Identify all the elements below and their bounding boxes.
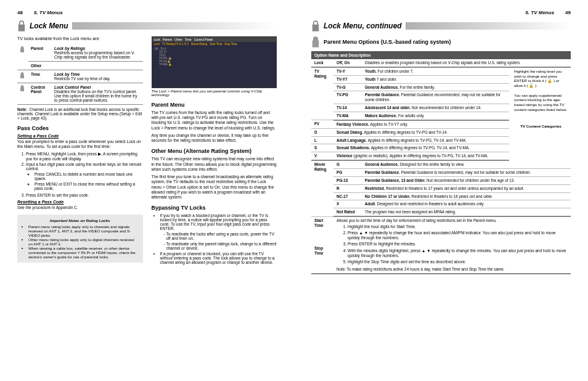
- parent-menu-options-title: Parent Menu Options (U.S.-based rating s…: [311, 36, 571, 47]
- parent-menu-heading: Parent Menu: [152, 102, 277, 108]
- set-passcode-body: You are prompted to enter a pass code wh…: [17, 139, 143, 149]
- locktype-label: Parent: [28, 44, 52, 62]
- lock-p-icon: [311, 36, 320, 47]
- parent-body: Any time you change the channel or devic…: [152, 133, 277, 143]
- lock-cp-icon: [20, 85, 25, 91]
- passcode-steps: Press MENU, highlight Lock, then press ▶…: [26, 152, 143, 197]
- section-title-bar: Lock Menu, continued: [311, 20, 571, 31]
- step: Input a four-digit pass code using the n…: [26, 162, 143, 190]
- reset-passcode-title: Resetting a Pass Code: [17, 200, 143, 204]
- title-gradient: [72, 22, 277, 30]
- section-title: Lock Menu: [30, 22, 68, 30]
- chapter-title: 5. TV Menus: [525, 10, 554, 15]
- header-right: 5. TV Menus 49: [311, 10, 571, 15]
- important-item: Other menu rating locks apply only to di…: [28, 237, 139, 246]
- bypass-sub: To reactivate the locks after using a pa…: [166, 232, 277, 240]
- locktype-desc: Restricts TV use by time of day.: [54, 76, 110, 81]
- intro-text: TV locks available from the Lock menu ar…: [17, 36, 143, 41]
- page-number: 49: [565, 10, 571, 15]
- step: Press ENTER to set the pass code.: [26, 193, 143, 197]
- ratings-table: Option Name and Description LockOff, OnD…: [311, 51, 571, 274]
- locktype-desc: Disables the buttons on the TV's control…: [54, 89, 137, 102]
- chapter-title: 5. TV Menus: [34, 10, 63, 15]
- reset-passcode-body: See the procedure in Appendix C.: [17, 205, 143, 210]
- sub-bullet: Press MENU or EXIT to close the menu wit…: [35, 182, 143, 190]
- locktype-label: Control Panel: [28, 83, 52, 105]
- important-title: Important Notes on Rating Locks: [21, 218, 139, 223]
- header-left: 48 5. TV Menus: [17, 10, 277, 15]
- set-passcode-title: Setting a Pass Code: [17, 134, 143, 138]
- page-number: 48: [17, 10, 23, 15]
- locktype-label: Time: [28, 70, 52, 83]
- other-body: This TV can recognize new rating systems…: [152, 157, 277, 172]
- important-notes-box: Important Notes on Rating Locks Parent m…: [17, 215, 143, 263]
- title-gradient: [406, 22, 571, 30]
- lock-type-table: Parent Lock by RatingsRestricts access t…: [17, 44, 143, 105]
- other-body: The first time you tune to a channel bro…: [152, 174, 277, 200]
- left-col-1: TV locks available from the Lock menu ar…: [17, 36, 143, 267]
- table-header: Option Name and Description: [311, 51, 571, 59]
- step: Press MENU, highlight Lock, then press ▶…: [26, 152, 143, 161]
- page-right: 5. TV Menus 49 Lock Menu, continued Pare…: [294, 0, 588, 381]
- side-note-top: Highlight the rating level you wish to c…: [509, 67, 571, 120]
- bypass-list: If you try to watch a blocked program or…: [160, 213, 277, 264]
- lock-icon: [311, 20, 320, 31]
- lock-t-icon: [20, 72, 25, 78]
- important-item: Parent menu rating locks apply only to c…: [28, 224, 139, 237]
- tv-screenshot: Lock Parent Other Time Control Panel Loc…: [152, 36, 277, 88]
- sub-bullet: Press CANCEL to delete a number and move…: [35, 172, 143, 181]
- page-spread: 48 5. TV Menus Lock Menu TV locks availa…: [0, 0, 588, 381]
- locktype-desc: Restricts access to programming based on…: [54, 51, 135, 59]
- passcodes-heading: Pass Codes: [17, 125, 143, 131]
- parent-body: The TV comes from the factory with the r…: [152, 110, 277, 131]
- bypass-item: If a program or channel is blocked, you …: [160, 252, 277, 264]
- section-title-bar: Lock Menu: [17, 20, 277, 31]
- important-item: When viewing a cable box, satellite rece…: [28, 246, 139, 259]
- lock-p-icon: [20, 46, 25, 52]
- lock-icon: [17, 20, 26, 31]
- left-col-2: Lock Parent Other Time Control Panel Loc…: [152, 36, 277, 267]
- section-title: Lock Menu, continued: [324, 22, 402, 30]
- screenshot-caption: The Lock > Parent menu lets you set pare…: [152, 89, 277, 97]
- channel-lock-note: Note: Channel Lock is an additional lock…: [17, 107, 143, 120]
- bypass-item: If you try to watch a blocked program or…: [160, 213, 277, 250]
- bypass-sub: To reactivate only the parent ratings lo…: [166, 242, 277, 250]
- page-left: 48 5. TV Menus Lock Menu TV locks availa…: [0, 0, 294, 381]
- locktype-title: Lock by Ratings: [54, 46, 85, 51]
- side-label: TV Content Categories: [509, 120, 571, 160]
- other-menu-heading: Other Menu (Alternate Rating System): [152, 148, 277, 154]
- locktype-title: Lock Control Panel: [54, 85, 91, 89]
- locktype-label: Other: [28, 62, 52, 70]
- bypass-heading: Bypassing TV Locks: [152, 205, 277, 211]
- locktype-title: Lock by Time: [54, 72, 80, 76]
